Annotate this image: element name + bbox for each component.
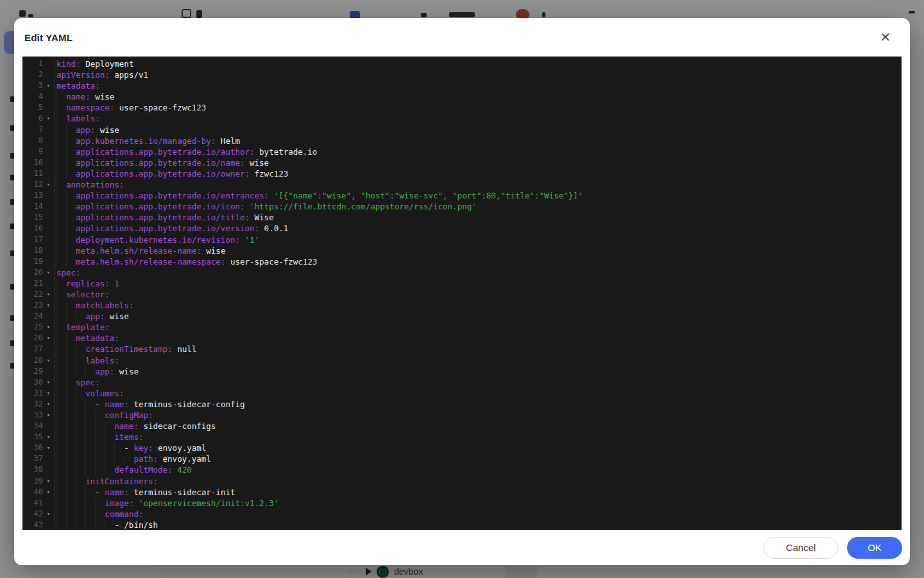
line-number: 26: [22, 333, 43, 344]
indent-guides: [56, 509, 105, 520]
indent-guides: [56, 498, 105, 509]
line-number: 25: [22, 322, 43, 333]
line-number: 35: [22, 432, 43, 442]
code-line: 1kind: Deployment: [22, 58, 902, 69]
fold-spacer: [43, 453, 54, 464]
ok-button[interactable]: OK: [847, 537, 902, 559]
fold-toggle-icon[interactable]: ▾: [43, 377, 54, 388]
fold-spacer: [43, 168, 54, 179]
fold-spacer: [43, 212, 54, 223]
code-line: 33▾configMap:: [22, 410, 902, 421]
line-number: 36: [22, 442, 43, 453]
indent-guides: [56, 344, 85, 355]
line-number: 6: [22, 113, 43, 124]
code-line: 2apiVersion: apps/v1: [22, 69, 902, 80]
line-number: 40: [22, 487, 43, 498]
code-line: 31▾volumes:: [22, 388, 902, 399]
line-number: 34: [22, 421, 43, 432]
fold-toggle-icon[interactable]: ▾: [43, 509, 54, 520]
fold-toggle-icon[interactable]: ▾: [43, 80, 54, 91]
yaml-code-editor[interactable]: 1kind: Deployment2apiVersion: apps/v13▾m…: [22, 57, 902, 530]
line-number: 24: [22, 311, 43, 322]
code-line: 7app: wise: [22, 125, 902, 136]
indent-guides: [56, 179, 66, 190]
code-line: 20▾spec:: [22, 267, 902, 278]
fold-toggle-icon[interactable]: ▾: [43, 300, 54, 311]
line-number: 14: [22, 201, 43, 212]
code-line: 34name: sidecar-configs: [22, 421, 902, 432]
indent-guides: [56, 464, 114, 475]
indent-guides: [56, 102, 66, 113]
indent-guides: [56, 289, 66, 300]
fold-toggle-icon[interactable]: ▾: [43, 355, 54, 366]
line-number: 30: [22, 377, 43, 388]
code-line: 18meta.helm.sh/release-name: wise: [22, 245, 902, 256]
indent-guides: [56, 322, 66, 333]
code-line: 6▾labels:: [22, 113, 902, 124]
line-number: 20: [22, 267, 43, 278]
indent-guides: [56, 421, 114, 432]
indent-guides: [56, 399, 95, 410]
fold-spacer: [43, 201, 54, 212]
code-line: 26▾metadata:: [22, 333, 902, 344]
fold-spacer: [43, 91, 54, 102]
fold-toggle-icon[interactable]: ▾: [43, 179, 54, 190]
fold-spacer: [43, 146, 54, 157]
line-number: 3: [22, 80, 43, 91]
indent-guides: [56, 113, 66, 124]
close-icon[interactable]: ✕: [877, 28, 894, 46]
code-line: 25▾template:: [22, 322, 902, 333]
indent-guides: [56, 355, 85, 366]
indent-guides: [56, 91, 66, 102]
indent-guides: [56, 146, 76, 157]
code-line: 15applications.app.bytetrade.io/title: W…: [22, 212, 902, 223]
indent-guides: [56, 388, 85, 399]
fold-toggle-icon[interactable]: ▾: [43, 113, 54, 124]
code-line: 35▾items:: [22, 432, 902, 442]
indent-guides: [56, 520, 114, 530]
line-number: 13: [22, 190, 43, 201]
fold-toggle-icon[interactable]: ▾: [43, 442, 54, 453]
code-line: 14applications.app.bytetrade.io/icon: 'h…: [22, 201, 902, 212]
indent-guides: [56, 410, 105, 421]
code-line: 5namespace: user-space-fzwc123: [22, 102, 902, 113]
fold-toggle-icon[interactable]: ▾: [43, 432, 54, 442]
code-line: 13applications.app.bytetrade.io/entrance…: [22, 190, 902, 201]
line-number: 17: [22, 234, 43, 245]
indent-guides: [56, 377, 76, 388]
code-line: 9applications.app.bytetrade.io/author: b…: [22, 146, 902, 157]
fold-toggle-icon[interactable]: ▾: [43, 399, 54, 410]
fold-spacer: [43, 157, 54, 168]
code-line: 22▾selector:: [22, 289, 902, 300]
dialog-header: Edit YAML ✕: [14, 18, 910, 57]
cancel-button[interactable]: Cancel: [764, 537, 838, 559]
line-number: 23: [22, 300, 43, 311]
fold-toggle-icon[interactable]: ▾: [43, 487, 54, 498]
line-number: 8: [22, 136, 43, 146]
dialog-footer: Cancel OK: [14, 530, 910, 565]
fold-toggle-icon[interactable]: ▾: [43, 322, 54, 333]
code-line: 43- /bin/sh: [22, 520, 902, 530]
code-line: 32▾- name: terminus-sidecar-config: [22, 399, 902, 410]
fold-spacer: [43, 58, 54, 69]
line-number: 38: [22, 464, 43, 475]
fold-spacer: [43, 498, 54, 509]
fold-toggle-icon[interactable]: ▾: [43, 333, 54, 344]
fold-toggle-icon[interactable]: ▾: [43, 410, 54, 421]
indent-guides: [56, 300, 76, 311]
indent-guides: [56, 476, 85, 487]
code-line: 3▾metadata:: [22, 80, 902, 91]
indent-guides: [56, 333, 76, 344]
fold-toggle-icon[interactable]: ▾: [43, 289, 54, 300]
line-number: 39: [22, 476, 43, 487]
fold-spacer: [43, 464, 54, 475]
line-number: 15: [22, 212, 43, 223]
fold-toggle-icon[interactable]: ▾: [43, 476, 54, 487]
indent-guides: [56, 136, 76, 146]
fold-toggle-icon[interactable]: ▾: [43, 388, 54, 399]
fold-toggle-icon[interactable]: ▾: [43, 267, 54, 278]
code-line: 21replicas: 1: [22, 278, 902, 289]
code-line: 4name: wise: [22, 91, 902, 102]
indent-guides: [56, 223, 76, 234]
dialog-title: Edit YAML: [24, 32, 73, 43]
